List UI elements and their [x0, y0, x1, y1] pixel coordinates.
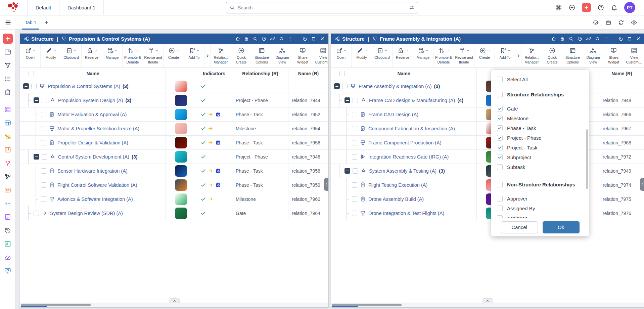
table-row[interactable]: Control System Development (A)(3)Project…: [20, 150, 328, 164]
list-view-icon[interactable]: [3, 74, 13, 84]
branch-view-icon[interactable]: [3, 158, 13, 168]
collapse-toggle[interactable]: [344, 97, 350, 103]
collapse-toggle[interactable]: [344, 168, 350, 174]
filter-option-gate[interactable]: Gate: [491, 104, 589, 114]
dropdown-scrollbar-thumb[interactable]: [586, 129, 588, 189]
table-row[interactable]: System Assembly & Testing (A)(3)relation…: [331, 164, 644, 178]
table-row[interactable]: Integration Readiness Gate (IRG) (A)rela…: [331, 150, 644, 164]
share-widget-button[interactable]: Share Widget: [292, 44, 313, 68]
ok-button[interactable]: Ok: [543, 221, 580, 233]
item-name-link[interactable]: Integration Readiness Gate (IRG) (A): [368, 154, 449, 160]
reserve-button[interactable]: Reserve: [393, 44, 413, 68]
checked-checkbox[interactable]: [497, 135, 503, 141]
table-row[interactable]: Frame Assembly & Integration (A)(2): [331, 79, 644, 93]
table-row[interactable]: Component Fabrication & Inspection (A)re…: [331, 122, 644, 136]
filter-option-project-phase[interactable]: Project - Phase: [491, 133, 589, 143]
row-checkbox[interactable]: [352, 182, 357, 188]
kanban-view-icon[interactable]: [3, 145, 13, 155]
item-name-link[interactable]: Flight Control Software Validation (A): [57, 182, 137, 188]
panel-collapse-handle[interactable]: [640, 178, 644, 191]
quick-create-button[interactable]: Quick Create: [542, 44, 562, 68]
gauge-view-icon[interactable]: [3, 252, 13, 262]
table-row[interactable]: Propeller Design & Validation (A)Phase -…: [20, 136, 328, 150]
panel-header[interactable]: Structure | Frame Assembly & Integration…: [331, 34, 644, 44]
export-grid-icon[interactable]: [555, 4, 562, 11]
form-view-icon[interactable]: [3, 104, 13, 115]
structure-options-button[interactable]: Structure Options: [562, 44, 583, 68]
close-icon[interactable]: [320, 36, 325, 41]
item-name-link[interactable]: Motor & Propeller Selection freeze (A): [57, 126, 139, 131]
table-row[interactable]: Sensor Hardware Integration (A)Phase - T…: [20, 164, 328, 178]
create-button[interactable]: Create: [474, 44, 495, 68]
filter-option-structure-relationships[interactable]: Structure Relationships: [491, 89, 589, 100]
nav-dashboard-1[interactable]: Dashboard 1: [59, 0, 104, 15]
add-circle-icon[interactable]: [568, 4, 576, 11]
add-tab-button[interactable]: +: [44, 19, 48, 26]
filter-option-subtask[interactable]: Subtask: [491, 162, 589, 172]
frozen-scrollbar-thumb[interactable]: [332, 306, 358, 307]
notifications-icon[interactable]: [611, 4, 618, 11]
row-checkbox[interactable]: [34, 211, 39, 216]
row-checkbox[interactable]: [42, 98, 47, 103]
item-name-link[interactable]: Frame CAD Design (A): [368, 112, 418, 117]
table-row[interactable]: Propulsion System Design (A)(3)Project -…: [20, 93, 328, 107]
nav-default[interactable]: Default: [28, 0, 59, 15]
row-checkbox[interactable]: [41, 140, 46, 145]
row-checkbox[interactable]: [41, 182, 46, 188]
filter-option-milestone[interactable]: Milestone: [491, 114, 589, 123]
open-button[interactable]: Open: [331, 44, 352, 68]
item-name-link[interactable]: Flight Testing Execution (A): [368, 182, 427, 188]
select-all-checkbox[interactable]: [339, 71, 345, 76]
row-checkbox[interactable]: [353, 168, 358, 174]
unchecked-checkbox[interactable]: [497, 164, 503, 170]
structure-view-icon[interactable]: [3, 131, 13, 141]
global-search[interactable]: [226, 2, 418, 13]
row-checkbox[interactable]: [41, 168, 46, 174]
table-view-icon[interactable]: [3, 118, 13, 128]
cancel-button[interactable]: Cancel: [501, 221, 538, 233]
collapse-toggle[interactable]: [334, 83, 340, 89]
select-all-checkbox[interactable]: [29, 71, 34, 76]
panel-collapse-handle[interactable]: [324, 178, 328, 191]
row-checkbox[interactable]: [352, 140, 357, 145]
filter-option-phase-task[interactable]: Phase - Task: [491, 123, 589, 133]
new-item-icon[interactable]: [3, 34, 13, 44]
structure-options-button[interactable]: Structure Options: [251, 44, 272, 68]
search-filter-icon[interactable]: [409, 5, 414, 10]
row-checkbox[interactable]: [352, 126, 357, 131]
modify-button[interactable]: Modify: [352, 44, 372, 68]
clipboard-view-icon[interactable]: [3, 87, 13, 97]
checked-checkbox[interactable]: [497, 125, 503, 131]
checked-checkbox[interactable]: [497, 106, 503, 112]
unchecked-checkbox[interactable]: [497, 92, 503, 97]
scroll-top-button[interactable]: [169, 298, 180, 303]
unchecked-checkbox[interactable]: [497, 182, 503, 187]
refresh-icon[interactable]: [595, 36, 600, 41]
view-customization-button[interactable]: View Customi...: [313, 44, 328, 68]
filter-option-subproject[interactable]: Subproject: [491, 152, 589, 162]
checked-checkbox[interactable]: [497, 116, 503, 121]
clipboard-button[interactable]: Clipboard: [61, 44, 82, 68]
clipboard-button[interactable]: Clipboard: [372, 44, 393, 68]
item-name-link[interactable]: Control System Development (A): [58, 154, 129, 160]
filter-option-project-task[interactable]: Project - Task: [491, 143, 589, 152]
filter-option-non-structure-relationships[interactable]: Non-Structure Relationships: [491, 179, 589, 190]
table-row[interactable]: Motor Evaluation & Approval (A)Phase - T…: [20, 107, 328, 122]
table-row[interactable]: Drone Integration & Test Flights (A)rela…: [331, 206, 644, 220]
item-name-link[interactable]: Propulsion System Design (A): [58, 98, 123, 103]
item-name-link[interactable]: Propulsion & Control Systems (A): [48, 84, 120, 89]
manage-button[interactable]: Manage: [413, 44, 433, 68]
tab-1[interactable]: Tab 1: [21, 15, 40, 30]
item-name-link[interactable]: Drone Integration & Test Flights (A): [368, 211, 444, 216]
toolbar-overflow-chevron[interactable]: [204, 44, 211, 68]
row-checkbox[interactable]: [41, 126, 46, 131]
collapse-toggle[interactable]: [34, 97, 39, 103]
row-checkbox[interactable]: [42, 154, 47, 160]
row-checkbox[interactable]: [352, 154, 357, 160]
compare-view-icon[interactable]: [3, 198, 13, 209]
item-name-link[interactable]: Avionics & Software Integration (A): [57, 196, 133, 202]
row-checkbox[interactable]: [31, 84, 37, 89]
item-name-link[interactable]: Frame Component Production (A): [368, 140, 442, 145]
table-row[interactable]: Propulsion & Control Systems (A)(3): [20, 79, 328, 93]
revise-iterate-button[interactable]: Revise and Iterate: [143, 44, 164, 68]
